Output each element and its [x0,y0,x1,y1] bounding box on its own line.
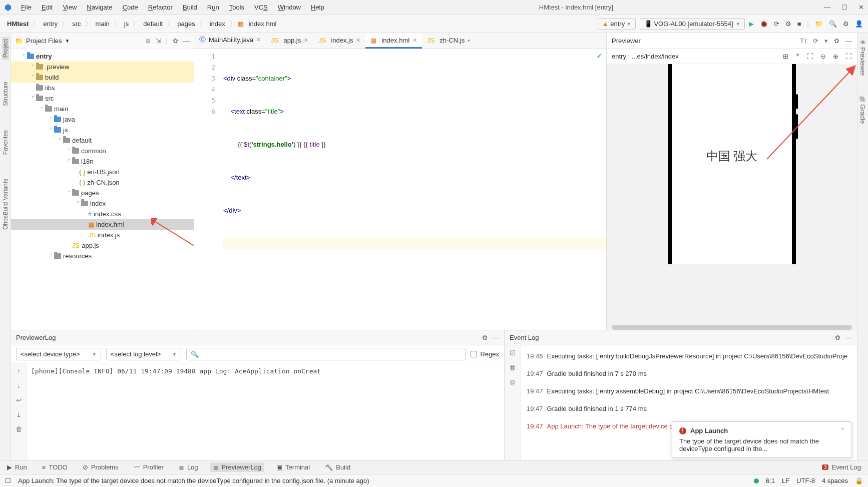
hide-icon[interactable]: — [845,37,852,45]
locate-icon[interactable]: ⊕ [145,37,151,45]
tree-app-js[interactable]: JSapp.js [11,240,194,251]
menu-edit[interactable]: Edit [38,2,57,13]
panel-settings-icon[interactable]: ✿ [173,37,178,45]
tab-app-js[interactable]: JSapp.js✕ [266,34,313,49]
module-selector[interactable]: ▲ entry ▼ [598,18,636,30]
refresh-icon[interactable]: ⟳ [813,37,818,45]
font-icon[interactable]: Tт [800,37,807,45]
coverage-button[interactable]: ⟳ [774,20,779,28]
vcs-update-icon[interactable]: 📁 [815,20,823,28]
avatar-icon[interactable]: 👤 [855,20,863,28]
check-icon[interactable]: ☑ [510,349,516,357]
menu-help[interactable]: Help [307,2,328,13]
log-search[interactable]: 🔍 [186,348,466,360]
gear-icon[interactable]: ✿ [834,37,839,45]
rail-favorites[interactable]: Favorites [2,128,9,157]
zoom-out-icon[interactable]: ⊖ [820,53,826,60]
app-launch-popup[interactable]: !App Launch˅ The type of the target devi… [672,421,852,458]
menu-run[interactable]: Run [203,2,223,13]
rail-previewer[interactable]: 👁 Previewer [859,37,866,78]
tree-java[interactable]: ˃java [11,114,194,125]
fullscreen-icon[interactable]: ⛶ [845,53,852,60]
scroll-end-icon[interactable]: ⤓ [16,411,22,418]
device-type-select[interactable]: <select device type>▼ [16,348,101,360]
line-separator[interactable]: LF [782,477,789,484]
filter-icon[interactable]: ▾ [824,37,828,45]
tw-event-log[interactable]: 3 Event Log [819,462,864,472]
down-icon[interactable]: ↓ [17,382,21,389]
target-icon[interactable]: ◎ [510,378,515,386]
tw-terminal[interactable]: ▣ Terminal [273,462,313,472]
tw-run[interactable]: ▶ Run [4,462,30,472]
cursor-position[interactable]: 6:1 [766,477,775,484]
tw-profiler[interactable]: 〰 Profiler [131,462,167,472]
indent[interactable]: 4 spaces [822,477,848,484]
event-row[interactable]: 19:46Executing tasks: [:entry:buildDebug… [521,347,857,365]
close-icon[interactable]: ✕ [412,37,417,44]
tw-build[interactable]: 🔨 Build [322,462,353,472]
close-icon[interactable]: ✕ [356,37,360,44]
tw-problems[interactable]: ⊘ Problems [80,462,122,472]
trash-icon[interactable]: 🗑 [16,425,22,433]
tree-js[interactable]: ˅js [11,125,194,135]
panel-hide-icon[interactable]: — [183,37,190,45]
gear-icon[interactable]: ✿ [835,334,840,341]
maximize-button[interactable]: ☐ [841,4,847,11]
tree-index-js[interactable]: JSindex.js [11,230,194,240]
tree-index-hml[interactable]: ▦index.hml [11,219,194,230]
tree-pages[interactable]: ˅pages [11,188,194,198]
hide-icon[interactable]: — [845,334,852,341]
tab-mainability[interactable]: ⒸMainAbility.java✕ [194,32,266,49]
rail-project[interactable]: Project [2,37,9,60]
tree-common[interactable]: ˃common [11,146,194,156]
bc-root[interactable]: HMtest [5,19,31,29]
profile-button[interactable]: ⚙ [785,20,791,28]
device-selector[interactable]: 📱 VOG-AL00 [emulator-5554] ▼ [640,18,745,30]
menu-navigate[interactable]: Navigate [83,2,116,13]
bc-default[interactable]: default [141,19,165,29]
bc-index[interactable]: index [208,19,227,29]
encoding[interactable]: UTF-8 [796,477,815,484]
bc-file[interactable]: index.hml [247,19,279,29]
close-icon[interactable]: ✕ [304,37,308,44]
close-button[interactable]: ✕ [858,4,864,11]
expand-all-icon[interactable]: ⇲ [156,37,161,45]
log-level-select[interactable]: <select log level>▼ [106,348,181,360]
status-icon[interactable]: ☐ [5,477,11,484]
hide-icon[interactable]: — [493,334,499,341]
menu-build[interactable]: Build [179,2,201,13]
tree-en-us[interactable]: { }en-US.json [11,167,194,177]
tab-index-hml[interactable]: ▦index.hml✕ [365,34,422,49]
zoom-in-icon[interactable]: ⊕ [833,53,838,60]
crop-icon[interactable]: ⛶ [807,53,813,60]
menu-file[interactable]: File [17,2,36,13]
tab-zh-cn-js[interactable]: JSzh-CN.js▾ [422,34,475,49]
tree-main[interactable]: ˅main [11,104,194,114]
search-icon[interactable]: 🔍 [829,20,837,28]
tab-index-js[interactable]: JSindex.js✕ [313,34,365,49]
tree-preview[interactable]: ˃.preview [11,62,194,72]
editor-body[interactable]: 123456 <div class="container"> <text cla… [194,49,606,330]
rail-variants[interactable]: OhosBuild Variants [2,177,9,232]
rail-gradle[interactable]: 🐘 Gradle [859,93,866,126]
chevron-down-icon[interactable]: ▾ [468,38,470,43]
menu-tools[interactable]: Tools [225,2,248,13]
menu-refactor[interactable]: Refactor [144,2,177,13]
menu-view[interactable]: View [59,2,81,13]
tree-entry[interactable]: ˅entry [11,51,194,62]
chevron-down-icon[interactable]: ˅ [841,427,844,434]
tw-log[interactable]: ≣ Log [176,462,201,472]
rail-structure[interactable]: Structure [2,80,9,108]
tree-index-css[interactable]: #index.css [11,209,194,219]
tree-zh-cn[interactable]: { }zh-CN.json [11,177,194,188]
bc-src[interactable]: src [70,19,83,29]
minimize-button[interactable]: — [824,4,830,11]
chevron-down-icon[interactable]: ▼ [795,53,800,60]
event-row[interactable]: 19:47Gradle build finished in 1 s 774 ms [521,400,857,417]
bc-main[interactable]: main [94,19,112,29]
menu-vcs[interactable]: VCS [250,2,272,13]
event-row[interactable]: 19:47Executing tasks: [:entry:assembleDe… [521,382,857,400]
lock-icon[interactable]: 🔒 [855,477,863,484]
settings-icon[interactable]: ⚙ [843,20,849,28]
up-icon[interactable]: ↑ [17,367,21,375]
